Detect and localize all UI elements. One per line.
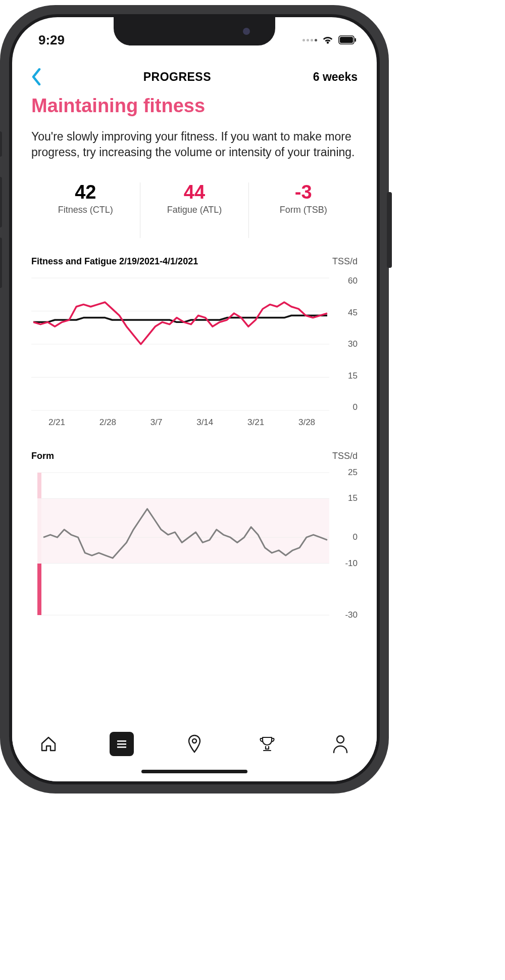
status-time: 9:29	[38, 32, 65, 48]
metric-fatigue: 44 Fatigue (ATL)	[140, 182, 249, 238]
tab-achievements[interactable]	[255, 732, 279, 756]
front-camera	[243, 28, 250, 35]
tab-profile[interactable]	[328, 732, 352, 756]
svg-rect-2	[355, 38, 357, 42]
chart1-title: Fitness and Fatigue 2/19/2021-4/1/2021	[31, 256, 198, 267]
status-description: You're slowly improving your fitness. If…	[31, 129, 358, 160]
trophy-icon	[258, 734, 277, 754]
chart1-plot	[31, 276, 329, 412]
status-heading: Maintaining fitness	[31, 95, 358, 117]
chart-form: Form TSS/d 01525-10-30	[31, 451, 358, 617]
page-content[interactable]: PROGRESS 6 weeks Maintaining fitness You…	[12, 58, 377, 721]
chart2-band-indicator	[37, 471, 41, 617]
svg-rect-15	[117, 743, 126, 745]
tab-bar	[12, 721, 377, 781]
svg-rect-14	[117, 740, 126, 742]
metric-fatigue-value: 44	[184, 182, 205, 202]
chart1-y-axis: 60 45 30 15 0	[334, 276, 358, 412]
battery-icon	[338, 35, 357, 44]
chart2-y-axis: 01525-10-30	[334, 471, 358, 617]
chart2-title: Form	[31, 451, 54, 461]
mute-switch	[0, 131, 2, 157]
screen: 9:29 PROGRESS 6 weeks Maintaining fitnes…	[12, 17, 377, 781]
wifi-icon	[321, 35, 334, 45]
tab-progress[interactable]	[110, 732, 134, 756]
metric-form-label: Form (TSB)	[280, 205, 327, 215]
svg-point-18	[337, 736, 344, 743]
power-button	[387, 192, 392, 268]
cell-signal-icon	[302, 39, 317, 41]
page-title: PROGRESS	[143, 70, 211, 84]
svg-rect-16	[117, 746, 126, 748]
metric-fatigue-label: Fatigue (ATL)	[167, 205, 222, 215]
metric-fitness-value: 42	[75, 182, 96, 202]
phone-frame: 9:29 PROGRESS 6 weeks Maintaining fitnes…	[0, 5, 389, 794]
svg-rect-1	[340, 37, 353, 43]
notch	[114, 17, 275, 45]
range-selector[interactable]: 6 weeks	[313, 70, 358, 84]
svg-point-17	[192, 739, 196, 743]
back-chevron-icon[interactable]	[31, 68, 41, 85]
pin-icon	[185, 734, 204, 754]
chart2-unit: TSS/d	[332, 451, 358, 461]
chart-fitness-fatigue: Fitness and Fatigue 2/19/2021-4/1/2021 T…	[31, 256, 358, 433]
chart1-unit: TSS/d	[332, 256, 358, 267]
metrics-row: 42 Fitness (CTL) 44 Fatigue (ATL) -3 For…	[31, 182, 358, 238]
user-icon	[332, 734, 349, 754]
chart2-plot	[41, 471, 339, 617]
home-indicator[interactable]	[141, 770, 247, 773]
list-icon	[115, 737, 129, 751]
tab-home[interactable]	[36, 732, 61, 756]
home-icon	[39, 735, 58, 753]
volume-up	[0, 177, 2, 227]
chart1-x-axis: 2/21 2/28 3/7 3/14 3/21 3/28	[31, 417, 332, 433]
volume-down	[0, 238, 2, 288]
metric-fitness-label: Fitness (CTL)	[58, 205, 113, 215]
metric-form-value: -3	[295, 182, 312, 202]
metric-fitness: 42 Fitness (CTL)	[31, 182, 140, 238]
tab-location[interactable]	[182, 732, 207, 756]
metric-form: -3 Form (TSB)	[248, 182, 358, 238]
